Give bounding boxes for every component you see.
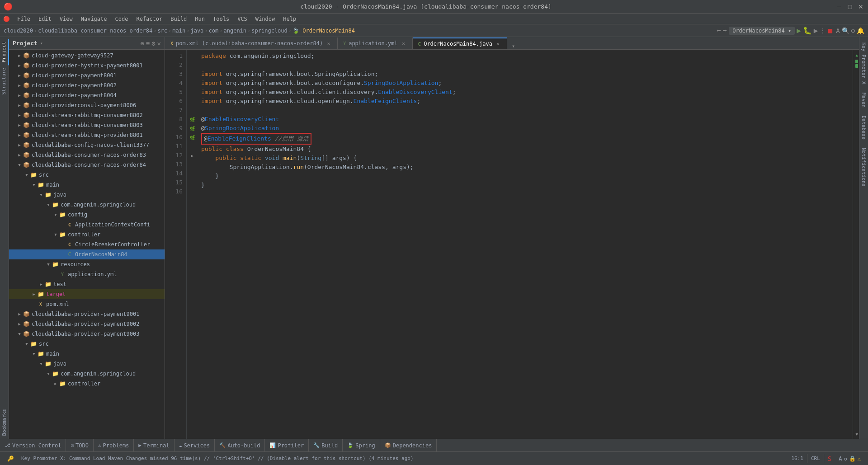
bottom-tab-services[interactable]: ☁ Services xyxy=(175,439,215,451)
tree-item-9003-java[interactable]: ▼ 📁 java xyxy=(9,359,165,369)
minimize-button[interactable]: ─ xyxy=(835,3,843,10)
tree-item-java[interactable]: ▼ 📁 java xyxy=(9,190,165,200)
tree-item-order84[interactable]: ▼ 📦 cloudalibaba-consumer-nacos-order84 xyxy=(9,160,165,170)
close-yml-tab[interactable]: ✕ xyxy=(401,40,407,47)
translate-status-icon[interactable]: A xyxy=(839,456,842,462)
breadcrumb-module[interactable]: cloudalibaba-consumer-nacos-order84 xyxy=(38,28,152,34)
fold-12[interactable]: ▶ xyxy=(191,153,193,158)
bookmarks-tab[interactable]: Bookmarks xyxy=(0,406,9,439)
breadcrumb-angenin[interactable]: angenin xyxy=(224,28,247,34)
error-status-icon[interactable]: ⚠ xyxy=(858,456,861,462)
nav-back-button[interactable]: ⬅ xyxy=(717,26,721,35)
tree-item-nacos3377[interactable]: ▶ 📦 cloudalibaba-config-nacos-client3377 xyxy=(9,140,165,150)
locate-file-button[interactable]: ⊕ xyxy=(140,40,144,47)
menu-code[interactable]: Code xyxy=(112,15,132,23)
breadcrumb-com[interactable]: com xyxy=(209,28,219,34)
tree-item-hystrix8001[interactable]: ▶ 📦 cloud-provider-hystrix-payment8001 xyxy=(9,61,165,70)
tree-item-appcontextconfig[interactable]: C ApplicationContextConfi xyxy=(9,220,165,230)
tree-item-target[interactable]: ▶ 📁 target xyxy=(9,289,165,299)
status-git[interactable]: S xyxy=(824,455,835,462)
translate-button[interactable]: A xyxy=(836,27,840,34)
tree-item-src[interactable]: ▼ 📁 src xyxy=(9,170,165,180)
tree-item-9003-main[interactable]: ▼ 📁 main xyxy=(9,349,165,359)
menu-window[interactable]: Window xyxy=(252,15,278,23)
tab-application-yml[interactable]: Y application.yml ✕ xyxy=(338,38,412,49)
bottom-tab-profiler[interactable]: 📊 Profiler xyxy=(265,439,309,451)
menu-view[interactable]: View xyxy=(56,15,76,23)
sidebar-tab-notifications[interactable]: Notifications xyxy=(859,144,868,190)
tree-item-controller-folder[interactable]: ▼ 📁 controller xyxy=(9,230,165,240)
tree-item-config[interactable]: ▼ 📁 config xyxy=(9,210,165,220)
tree-item-appyml[interactable]: Y application.yml xyxy=(9,269,165,279)
maximize-button[interactable]: □ xyxy=(846,3,854,10)
tree-item-pkg[interactable]: ▼ 📁 com.angenin.springcloud xyxy=(9,200,165,210)
tree-item-9003-src[interactable]: ▼ 📁 src xyxy=(9,339,165,349)
bottom-tab-auto-build[interactable]: 🔨 Auto-build xyxy=(215,439,265,451)
tree-item-9003-controller[interactable]: ▶ 📁 controller xyxy=(9,379,165,389)
stop-button[interactable]: ■ xyxy=(828,26,832,35)
tree-item-payment9003[interactable]: ▼ 📦 cloudalibaba-provider-payment9003 xyxy=(9,329,165,339)
run-with-coverage-button[interactable]: ▶ xyxy=(814,26,818,35)
run-icon-10[interactable]: 🌿 xyxy=(189,135,195,140)
tree-item-rabbit8802[interactable]: ▶ 📦 cloud-stream-rabbitmq-consumer8802 xyxy=(9,110,165,120)
bottom-tab-version-control[interactable]: ⎇ Version Control xyxy=(0,439,66,451)
close-button[interactable]: ✕ xyxy=(857,3,864,10)
sidebar-tab-structure[interactable]: Structure xyxy=(0,65,9,98)
menu-help[interactable]: Help xyxy=(279,15,300,23)
search-button[interactable]: 🔍 xyxy=(842,27,849,34)
run-icon-8[interactable]: 🌿 xyxy=(189,117,195,122)
tree-item-ordernacosMain84[interactable]: C OrderNacosMain84 xyxy=(9,249,165,259)
tree-item-order83[interactable]: ▶ 📦 cloudalibaba-consumer-nacos-order83 xyxy=(9,150,165,160)
tree-item-rabbit8803[interactable]: ▶ 📦 cloud-stream-rabbitmq-consumer8803 xyxy=(9,120,165,130)
breadcrumb-src[interactable]: src xyxy=(157,28,167,34)
breadcrumb-file[interactable]: 🍃 OrderNacosMain84 xyxy=(292,28,355,34)
margin-marker-top[interactable]: ▲ xyxy=(856,51,858,60)
tree-item-payment8004[interactable]: ▶ 📦 cloud-provider-payment8004 xyxy=(9,90,165,100)
tree-item-payment9002[interactable]: ▶ 📦 cloudalibaba-provider-payment9002 xyxy=(9,319,165,329)
bottom-tab-dependencies[interactable]: 📦 Dependencies xyxy=(380,439,437,451)
tree-item-gateway9527[interactable]: ▶ 📦 cloud-gateway-gateway9527 xyxy=(9,51,165,61)
project-dropdown-arrow[interactable]: ▾ xyxy=(40,41,43,46)
breadcrumb-main[interactable]: main xyxy=(172,28,185,34)
close-panel-button[interactable]: ✕ xyxy=(157,40,161,47)
run-config-selector[interactable]: OrderNacosMain84 ▾ xyxy=(729,27,795,35)
tree-item-test[interactable]: ▶ 📁 test xyxy=(9,279,165,289)
menu-tools[interactable]: Tools xyxy=(209,15,233,23)
bottom-tab-build[interactable]: 🔧 Build xyxy=(309,439,343,451)
sidebar-tab-key-promoter[interactable]: Key Promoter X xyxy=(859,39,868,88)
settings-button[interactable]: ⚙ xyxy=(851,27,855,34)
run-icon-9[interactable]: 🌿 xyxy=(189,126,195,131)
bottom-tab-problems[interactable]: ⚠ Problems xyxy=(94,439,134,451)
menu-build[interactable]: Build xyxy=(167,15,190,23)
menu-edit[interactable]: Edit xyxy=(35,15,55,23)
collapse-all-button[interactable]: ≡ xyxy=(146,40,150,47)
close-pom-tab[interactable]: ✕ xyxy=(326,40,332,47)
lock-status-icon[interactable]: 🔒 xyxy=(849,456,856,462)
sidebar-tab-database[interactable]: Database xyxy=(859,112,868,143)
bottom-tab-todo[interactable]: ☑ TODO xyxy=(66,439,94,451)
breadcrumb-java[interactable]: java xyxy=(190,28,203,34)
sidebar-tab-project[interactable]: Project xyxy=(0,39,9,65)
tab-pom-xml[interactable]: X pom.xml (cloudalibaba-consumer-nacos-o… xyxy=(165,38,338,49)
menu-refactor[interactable]: Refactor xyxy=(132,15,166,23)
tree-item-payment8001[interactable]: ▶ 📦 cloud-provider-payment8001 xyxy=(9,70,165,80)
tree-item-payment8002[interactable]: ▶ 📦 cloud-provider-payment8002 xyxy=(9,80,165,90)
breadcrumb-springcloud[interactable]: springcloud xyxy=(251,28,287,34)
tab-ordernacosMain84[interactable]: C OrderNacosMain84.java ✕ xyxy=(413,38,507,49)
run-button[interactable]: ▶ xyxy=(797,26,801,35)
debug-button[interactable]: 🐛 xyxy=(803,26,812,35)
close-java-tab[interactable]: ✕ xyxy=(495,41,501,47)
code-view[interactable]: package com.angenin.springcloud; import … xyxy=(198,50,853,439)
project-settings-button[interactable]: ⚙ xyxy=(151,40,155,47)
tree-item-main[interactable]: ▼ 📁 main xyxy=(9,180,165,190)
nav-forward-button[interactable]: ➡ xyxy=(723,26,727,35)
menu-vcs[interactable]: VCS xyxy=(234,15,251,23)
breadcrumb-cloud2020[interactable]: cloud2020 xyxy=(4,28,33,34)
sidebar-tab-maven[interactable]: Maven xyxy=(859,89,868,111)
tree-item-resources[interactable]: ▼ 📁 resources xyxy=(9,259,165,269)
menu-run[interactable]: Run xyxy=(191,15,208,23)
tree-item-9003-pkg[interactable]: ▼ 📁 com.angenin.springcloud xyxy=(9,369,165,379)
tree-item-payment9001[interactable]: ▶ 📦 cloudalibaba-provider-payment9001 xyxy=(9,309,165,319)
bottom-tab-spring[interactable]: 🍃 Spring xyxy=(343,439,380,451)
menu-navigate[interactable]: Navigate xyxy=(77,15,111,23)
